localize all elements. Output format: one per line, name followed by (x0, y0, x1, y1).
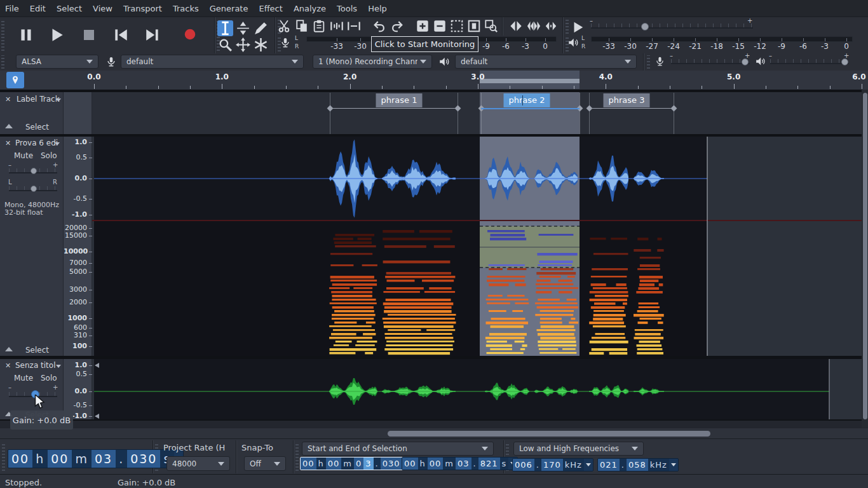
label-chip-3[interactable]: phrase 3 (604, 93, 650, 107)
gain-plus-label: + (53, 384, 58, 391)
gain-minus-label: – (8, 161, 11, 168)
chevron-down-icon[interactable] (55, 142, 60, 146)
track2-title[interactable]: Senza titol (15, 361, 56, 370)
track1-header[interactable]: ✕ Prova 6 edi Mute Solo – + L R Mono, 48… (0, 137, 64, 356)
label-track-title[interactable]: Label Track (17, 95, 60, 104)
close-icon[interactable]: ✕ (5, 95, 11, 104)
chevron-down-icon[interactable] (56, 365, 61, 368)
mouse-cursor (34, 395, 46, 410)
audacity-window: FileEditSelectViewTransportTracksGenerat… (0, 0, 868, 488)
track2-mute-button[interactable]: Mute (14, 374, 33, 383)
label-track-header[interactable]: ✕ Label Track Select (0, 92, 64, 134)
monitoring-tooltip[interactable]: Click to Start Monitoring (371, 36, 478, 52)
label-track-select-button[interactable]: Select (25, 123, 49, 132)
track1-select-button[interactable]: Select (25, 346, 49, 355)
pan-left-label: L (8, 179, 12, 186)
close-icon[interactable]: ✕ (5, 362, 11, 370)
label-chip-1[interactable]: phrase 1 (376, 93, 423, 107)
track2-solo-button[interactable]: Solo (41, 374, 57, 383)
track1-gain-thumb[interactable] (31, 168, 37, 174)
track1-pan-thumb[interactable] (31, 186, 37, 192)
gain-tooltip: Gain: +0.0 dB (10, 410, 73, 430)
tracks-canvas[interactable] (0, 0, 868, 488)
track1-format-line2: 32-bit float (4, 208, 43, 217)
chevron-down-icon[interactable] (56, 98, 61, 102)
track1-solo-button[interactable]: Solo (41, 151, 57, 160)
track1-title[interactable]: Prova 6 edi (15, 139, 58, 147)
gain-plus-label: + (53, 161, 58, 168)
timeline-pin-button[interactable] (6, 72, 24, 88)
track1-mute-button[interactable]: Mute (14, 151, 33, 160)
pan-right-label: R (53, 179, 57, 186)
close-icon[interactable]: ✕ (5, 139, 11, 147)
label-chip-2[interactable]: phrase 2 (504, 93, 550, 107)
pin-icon (10, 74, 20, 86)
collapse-icon[interactable] (5, 124, 13, 128)
gain-minus-label: – (8, 384, 11, 391)
collapse-icon[interactable] (5, 347, 13, 351)
